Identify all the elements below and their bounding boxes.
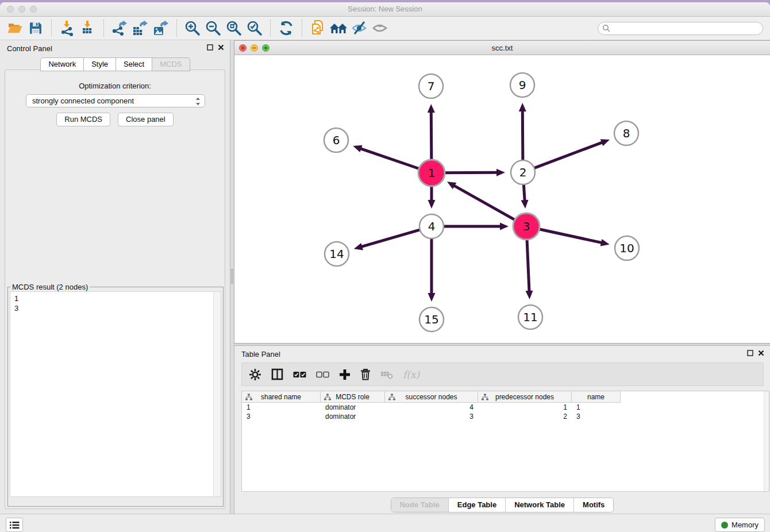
- graph-edge-1-6[interactable]: [353, 145, 421, 169]
- table-cell[interactable]: 2: [478, 412, 572, 421]
- import-table-button[interactable]: [78, 18, 98, 38]
- column-header-name[interactable]: name: [572, 391, 621, 403]
- column-header-MCDS-role[interactable]: MCDS role: [321, 391, 385, 403]
- column-header-predecessor-nodes[interactable]: predecessor nodes: [478, 391, 572, 403]
- svg-text:14: 14: [329, 247, 344, 261]
- tab-mcds[interactable]: MCDS: [152, 57, 190, 71]
- import-network-icon: [59, 20, 75, 36]
- zoom-selected-button[interactable]: [244, 18, 265, 38]
- float-panel-icon[interactable]: [747, 350, 753, 356]
- zoom-out-button[interactable]: [203, 18, 224, 38]
- column-type-icon: [245, 394, 252, 400]
- export-image-button[interactable]: [151, 18, 171, 38]
- task-history-button[interactable]: [6, 518, 23, 532]
- graph-edge-3-11[interactable]: [525, 238, 533, 299]
- mcds-result-area[interactable]: 1 3: [10, 291, 221, 497]
- apply-layout-button[interactable]: [276, 18, 297, 38]
- graph-node-14[interactable]: 14: [325, 242, 349, 266]
- table-cell[interactable]: 3: [572, 412, 621, 421]
- deselect-all-icon[interactable]: [316, 371, 329, 378]
- hide-selected-button[interactable]: [349, 18, 369, 38]
- open-file-button[interactable]: [5, 18, 25, 38]
- memory-button[interactable]: Memory: [715, 518, 765, 532]
- graph-edge-1-7[interactable]: [428, 104, 435, 161]
- table-cell[interactable]: 3: [385, 412, 478, 421]
- table-cell[interactable]: 4: [385, 403, 478, 412]
- add-row-icon[interactable]: [339, 369, 351, 380]
- graph-edge-3-1[interactable]: [447, 182, 517, 221]
- export-table-button[interactable]: [130, 18, 151, 38]
- zoom-in-icon: [184, 20, 201, 36]
- control-panel-tabs: NetworkStyleSelectMCDS: [0, 57, 230, 71]
- graph-edge-4-14[interactable]: [354, 230, 421, 250]
- graph-edge-3-10[interactable]: [538, 229, 610, 246]
- close-panel-icon[interactable]: [218, 44, 224, 51]
- first-neighbors-icon: [329, 21, 348, 36]
- close-panel-icon[interactable]: [758, 350, 764, 356]
- tab-style[interactable]: Style: [83, 57, 116, 71]
- first-neighbors-button[interactable]: [328, 18, 349, 38]
- column-type-icon: [388, 394, 395, 400]
- graph-edge-4-3[interactable]: [443, 223, 509, 230]
- clone-network-button[interactable]: [307, 18, 328, 38]
- table-scrollbar[interactable]: [764, 391, 769, 491]
- table-cell[interactable]: dominator: [321, 412, 385, 421]
- node-table[interactable]: shared nameMCDS rolesuccessor nodesprede…: [241, 391, 769, 492]
- graph-node-11[interactable]: 11: [518, 305, 542, 329]
- import-network-button[interactable]: [57, 18, 78, 38]
- tab-motifs[interactable]: Motifs: [573, 498, 613, 512]
- table-row[interactable]: 3dominator323: [242, 412, 769, 421]
- float-panel-icon[interactable]: [207, 44, 213, 51]
- table-cell[interactable]: 1: [572, 403, 621, 412]
- close-panel-button[interactable]: Close panel: [118, 113, 174, 126]
- graph-node-8[interactable]: 8: [614, 121, 638, 145]
- column-header-shared-name[interactable]: shared name: [242, 391, 321, 403]
- column-header-successor-nodes[interactable]: successor nodes: [385, 391, 478, 403]
- delete-table-icon[interactable]: [380, 370, 393, 379]
- columns-icon[interactable]: [271, 368, 283, 380]
- function-builder-icon[interactable]: f(x): [403, 369, 419, 380]
- graph-node-2[interactable]: 2: [511, 160, 535, 184]
- export-network-button[interactable]: [109, 18, 130, 38]
- table-cell[interactable]: 1: [478, 403, 572, 412]
- save-session-button[interactable]: [25, 18, 46, 38]
- graph-edge-2-9[interactable]: [519, 103, 526, 161]
- graph-node-1[interactable]: 1: [418, 160, 445, 186]
- delete-row-icon[interactable]: [360, 368, 371, 380]
- graph-edge-4-15[interactable]: [428, 238, 436, 302]
- search-field[interactable]: [598, 22, 763, 35]
- graph-edge-1-2[interactable]: [443, 169, 505, 176]
- tab-network[interactable]: Network: [40, 57, 84, 71]
- search-input[interactable]: [610, 23, 763, 33]
- tab-select[interactable]: Select: [116, 57, 152, 71]
- graph-node-9[interactable]: 9: [510, 73, 534, 97]
- mcds-result-text: 1 3: [14, 294, 209, 313]
- graph-node-3[interactable]: 3: [513, 213, 540, 240]
- graph-node-4[interactable]: 4: [419, 214, 444, 238]
- table-cell[interactable]: 3: [242, 412, 321, 421]
- table-row[interactable]: 1dominator411: [242, 403, 769, 412]
- table-cell[interactable]: 1: [242, 403, 321, 412]
- select-all-icon[interactable]: [293, 371, 306, 378]
- tab-edge-table[interactable]: Edge Table: [448, 498, 505, 512]
- gear-icon[interactable]: [249, 368, 261, 381]
- graph-edge-2-8[interactable]: [534, 139, 610, 168]
- graph-node-15[interactable]: 15: [419, 307, 444, 331]
- graph-node-10[interactable]: 10: [615, 236, 639, 260]
- graph-node-7[interactable]: 7: [419, 74, 443, 98]
- criterion-select[interactable]: strongly connected component: [26, 94, 205, 107]
- splitter-grip[interactable]: [231, 269, 233, 284]
- run-mcds-button[interactable]: Run MCDS: [56, 113, 110, 126]
- table-cell[interactable]: dominator: [321, 403, 385, 412]
- tab-node-table[interactable]: Node Table: [391, 498, 448, 512]
- show-all-button[interactable]: [369, 18, 390, 38]
- result-scrollbar[interactable]: [213, 292, 221, 496]
- zoom-in-button[interactable]: [182, 18, 203, 38]
- tab-network-table[interactable]: Network Table: [505, 498, 573, 512]
- graph-edge-2-3[interactable]: [521, 184, 529, 209]
- graph-node-6[interactable]: 6: [324, 128, 348, 152]
- svg-text:7: 7: [428, 79, 435, 93]
- graph-edge-1-4[interactable]: [428, 184, 436, 209]
- zoom-fit-button[interactable]: [224, 18, 244, 38]
- network-graph[interactable]: 7968124314101511: [234, 55, 769, 343]
